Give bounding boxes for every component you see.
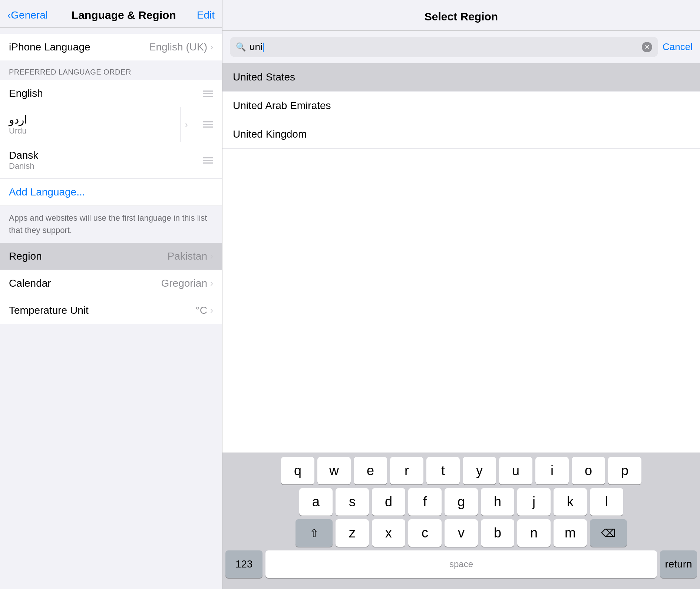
key-h[interactable]: h (481, 488, 514, 516)
left-panel: ‹ General Language & Region Edit iPhone … (0, 0, 222, 589)
urdu-text: اردو (9, 113, 171, 126)
key-z[interactable]: z (336, 519, 369, 547)
danish-sub: Danish (9, 161, 38, 171)
key-w[interactable]: w (317, 457, 351, 484)
result-row-uae[interactable]: United Arab Emirates (222, 92, 700, 120)
result-row-uk[interactable]: United Kingdom (222, 120, 700, 149)
key-g[interactable]: g (445, 488, 478, 516)
clear-search-button[interactable]: ✕ (642, 42, 652, 52)
iphone-language-group: iPhone Language English (UK) › (0, 34, 222, 60)
text-cursor (263, 43, 264, 52)
dansk-name: Dansk (9, 149, 38, 161)
preferred-language-header: PREFERRED LANGUAGE ORDER (0, 60, 222, 80)
key-a[interactable]: a (299, 488, 333, 516)
language-row-urdu[interactable]: اردو Urdu › (0, 107, 222, 142)
result-label-uk: United Kingdom (233, 128, 307, 140)
result-label-uae: United Arab Emirates (233, 100, 331, 111)
key-k[interactable]: k (554, 488, 587, 516)
iphone-language-value: English (UK) (149, 41, 207, 53)
key-p[interactable]: p (608, 457, 641, 484)
chevron-right-icon-temperature: › (210, 305, 213, 316)
calendar-row[interactable]: Calendar Gregorian › (0, 270, 222, 297)
space-key[interactable]: space (265, 550, 657, 578)
back-label[interactable]: General (11, 9, 48, 21)
numbers-key[interactable]: 123 (225, 550, 262, 578)
info-text: Apps and websites will use the first lan… (0, 206, 222, 242)
reorder-icon-dansk[interactable] (203, 157, 213, 164)
urdu-sub: Urdu (9, 126, 171, 136)
keyboard: q w e r t y u i o p a s d f g h j k l ⇧ … (222, 453, 700, 589)
settings-group-region: Region Pakistan › Calendar Gregorian › T… (0, 243, 222, 324)
region-row[interactable]: Region Pakistan › (0, 243, 222, 270)
key-d[interactable]: d (372, 488, 405, 516)
calendar-label: Calendar (9, 277, 161, 289)
search-value: uni (250, 41, 262, 52)
shift-key[interactable]: ⇧ (295, 519, 333, 547)
key-b[interactable]: b (481, 519, 514, 547)
language-name-english: English (9, 88, 197, 99)
calendar-value: Gregorian (161, 277, 207, 289)
keyboard-row-2: a s d f g h j k l (225, 488, 697, 516)
cancel-button[interactable]: Cancel (663, 41, 693, 53)
back-button[interactable]: ‹ General (7, 9, 48, 21)
key-q[interactable]: q (281, 457, 314, 484)
language-row-dansk[interactable]: Dansk Danish (0, 142, 222, 179)
search-bar-container: 🔍 uni ✕ Cancel (222, 31, 700, 63)
page-title: Language & Region (51, 9, 197, 22)
search-input[interactable]: uni (250, 41, 638, 53)
chevron-right-icon: › (210, 42, 213, 52)
temperature-row[interactable]: Temperature Unit °C › (0, 297, 222, 324)
search-bar[interactable]: 🔍 uni ✕ (230, 37, 658, 57)
delete-icon: ⌫ (601, 527, 616, 539)
select-region-header: Select Region (222, 0, 700, 31)
key-y[interactable]: y (463, 457, 496, 484)
search-icon: 🔍 (236, 42, 246, 52)
urdu-left: اردو Urdu (0, 107, 181, 142)
key-t[interactable]: t (426, 457, 460, 484)
results-list: United States United Arab Emirates Unite… (222, 63, 700, 453)
key-s[interactable]: s (336, 488, 369, 516)
key-r[interactable]: r (390, 457, 423, 484)
chevron-left-icon: ‹ (7, 9, 11, 21)
return-key[interactable]: return (660, 550, 697, 578)
key-l[interactable]: l (590, 488, 623, 516)
key-x[interactable]: x (372, 519, 405, 547)
key-i[interactable]: i (535, 457, 569, 484)
temperature-label: Temperature Unit (9, 305, 196, 316)
chevron-right-icon-urdu: › (181, 107, 192, 142)
region-label: Region (9, 250, 168, 262)
select-region-title: Select Region (425, 10, 498, 23)
reorder-icon-urdu[interactable] (192, 107, 222, 142)
key-c[interactable]: c (408, 519, 442, 547)
shift-icon: ⇧ (310, 527, 319, 540)
language-row-english[interactable]: English (0, 80, 222, 107)
reorder-icon-english[interactable] (203, 91, 213, 97)
iphone-language-row[interactable]: iPhone Language English (UK) › (0, 34, 222, 60)
keyboard-row-4: 123 space return (225, 550, 697, 578)
keyboard-row-1: q w e r t y u i o p (225, 457, 697, 484)
right-panel: Select Region 🔍 uni ✕ Cancel United Stat… (222, 0, 700, 589)
keyboard-row-3: ⇧ z x c v b n m ⌫ (225, 519, 697, 547)
result-label-united-states: United States (233, 71, 295, 83)
iphone-language-label: iPhone Language (9, 41, 149, 53)
nav-bar: ‹ General Language & Region Edit (0, 0, 222, 28)
key-n[interactable]: n (517, 519, 551, 547)
key-u[interactable]: u (499, 457, 532, 484)
key-v[interactable]: v (445, 519, 478, 547)
edit-button[interactable]: Edit (197, 9, 215, 21)
key-o[interactable]: o (572, 457, 605, 484)
key-e[interactable]: e (354, 457, 387, 484)
add-language-button[interactable]: Add Language... (0, 179, 222, 206)
result-row-united-states[interactable]: United States (222, 63, 700, 92)
chevron-right-icon-region: › (210, 251, 213, 261)
chevron-right-icon-calendar: › (210, 278, 213, 289)
delete-key[interactable]: ⌫ (590, 519, 627, 547)
key-j[interactable]: j (517, 488, 551, 516)
key-f[interactable]: f (408, 488, 442, 516)
key-m[interactable]: m (554, 519, 587, 547)
dansk-info: Dansk Danish (9, 149, 38, 171)
temperature-value: °C (196, 305, 207, 316)
region-value: Pakistan (168, 250, 207, 262)
language-list: English اردو Urdu › Dansk Danish (0, 80, 222, 206)
